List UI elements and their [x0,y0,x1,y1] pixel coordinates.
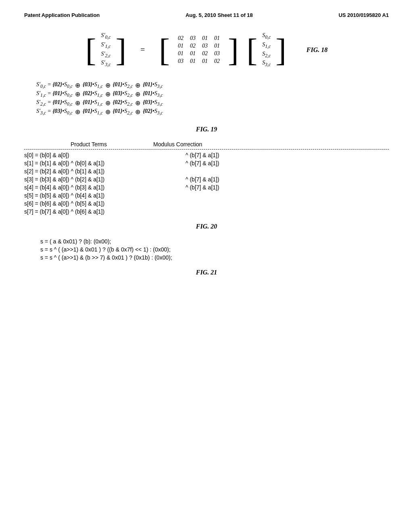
fig18-label: FIG. 18 [307,46,327,54]
num-cell: 01 [211,43,223,49]
modulus-cell: ^ (b[7] & a[1]) [186,176,389,183]
rhs-matrix: [ S0,c S1,c S2,c S3,c ] [247,30,286,69]
rhs-cell-1: S1,c [261,41,272,50]
num-cell: 01 [199,35,211,42]
fig21-section: s = ( a & 0x01) ? (b): (0x00); s = s ^ (… [24,238,389,261]
product-cell: s[4] = (b[4] & a[0]) ^ (b[3] & a[1]) [24,184,186,191]
table-row: s[5] = (b[5] & a[0]) ^ (b[4] & a[1]) [24,192,389,199]
header-left: Patent Application Publication [24,12,100,18]
matrix-row: S′0,c [99,32,112,40]
num-cell: 03 [199,43,211,49]
matrix-row: S1,c [261,41,272,50]
table-row: s[7] = (b[7] & a[0]) ^ (b[6] & a[1]) [24,208,389,215]
num-cell: 01 [211,35,223,42]
code-line-2: s = s ^ ( (a>>1) & (b >> 7) & 0x01 ) ? (… [40,254,389,261]
table-row: s[2] = (b[2] & a[0]) ^ (b[1] & a[1]) [24,168,389,175]
equation-line-1: S′1,c = {01}•S0,c ⊕ {02}•S1,c ⊕ {03}•S2,… [36,90,389,98]
right-bracket-lhs: ] [115,34,126,66]
header-middle: Aug. 5, 2010 Sheet 11 of 18 [186,12,253,18]
num-cell: 01 [199,58,211,64]
modulus-cell [186,168,389,175]
lhs-cell-1: S′1,c [99,41,112,50]
equation-line-0: S′0,c = {02}•S0,c ⊕ {03}•S1,c ⊕ {01}•S2,… [36,81,389,89]
fig18-section: [ S′0,c S′1,c S′2,c S′3,c ] = [ [24,30,389,69]
rhs-cell-0: S0,c [261,32,272,40]
left-bracket-num: [ [159,34,170,66]
num-cell: 02 [211,58,223,64]
num-row: 01 02 03 01 [175,43,223,49]
page: Patent Application Publication Aug. 5, 2… [0,0,413,532]
modulus-cell [186,208,389,215]
matrix-row: S′1,c [99,41,112,50]
fig20-label: FIG. 20 [24,223,389,230]
num-row: 03 01 01 02 [175,58,223,64]
table-row: s[0] = (b[0] & a[0]) ^ (b[7] & a[1]) [24,152,389,158]
fig19-section: S′0,c = {02}•S0,c ⊕ {03}•S1,c ⊕ {01}•S2,… [24,81,389,116]
equation-line-3: S′3,c = {03}•S0,c ⊕ {01}•S1,c ⊕ {01}•S2,… [36,108,389,116]
product-cell: s[0] = (b[0] & a[0]) [24,152,186,158]
lhs-cell-2: S′2,c [99,50,112,59]
num-cell: 03 [187,35,199,42]
num-row: 01 01 02 03 [175,50,223,57]
equals-sign: = [140,45,145,54]
modulus-cell: ^ (b[7] & a[1]) [186,160,389,166]
table-divider [24,149,389,150]
lhs-matrix: [ S′0,c S′1,c S′2,c S′3,c ] [86,30,126,69]
table-row: s[3] = (b[3] & a[0]) ^ (b[2] & a[1]) ^ (… [24,176,389,183]
product-cell: s[1] = (b[1] & a[0]) ^ (b[0] & a[1]) [24,160,186,166]
num-cell: 03 [211,50,223,57]
product-cell: s[5] = (b[5] & a[0]) ^ (b[4] & a[1]) [24,192,186,199]
rhs-cell-2: S2,c [261,50,272,59]
num-cell: 01 [175,50,187,57]
col-product-header: Product Terms [24,141,153,148]
matrix-row: S′2,c [99,50,112,59]
num-matrix-content: 02 03 01 01 01 02 03 01 01 01 02 03 [170,33,228,66]
header-right: US 2010/0195820 A1 [338,12,389,18]
product-cell: s[3] = (b[3] & a[0]) ^ (b[2] & a[1]) [24,176,186,183]
matrix-row: S3,c [261,59,272,68]
table-header: Product Terms Modulus Correction [24,141,389,148]
matrix-row: S′3,c [99,59,112,68]
rhs-matrix-content: S0,c S1,c S2,c S3,c [257,30,275,69]
lhs-cell-0: S′0,c [99,32,112,40]
num-cell: 03 [175,58,187,64]
col-modulus-header: Modulus Correction [153,141,389,148]
equation-line-2: S′2,c = {01}•S0,c ⊕ {01}•S1,c ⊕ {02}•S2,… [36,99,389,107]
code-line-0: s = ( a & 0x01) ? (b): (0x00); [40,238,389,245]
code-line-1: s = s ^ ( (a>>1) & 0x01 ) ? ((b & 0x7f) … [40,246,389,253]
matrix-row: S0,c [261,32,272,40]
lhs-matrix-content: S′0,c S′1,c S′2,c S′3,c [96,30,115,69]
num-matrix: [ 02 03 01 01 01 02 03 01 01 01 02 [159,33,238,66]
modulus-cell: ^ (b[7] & a[1]) [186,152,389,158]
num-cell: 01 [175,43,187,49]
left-bracket-rhs: [ [247,34,258,66]
num-cell: 02 [175,35,187,42]
page-header: Patent Application Publication Aug. 5, 2… [24,12,389,18]
lhs-cell-3: S′3,c [99,59,112,68]
table-row: s[6] = (b[6] & a[0]) ^ (b[5] & a[1]) [24,200,389,207]
num-row: 02 03 01 01 [175,35,223,42]
num-cell: 02 [199,50,211,57]
product-cell: s[2] = (b[2] & a[0]) ^ (b[1] & a[1]) [24,168,186,175]
product-cell: s[7] = (b[7] & a[0]) ^ (b[6] & a[1]) [24,208,186,215]
right-bracket-rhs: ] [275,34,286,66]
fig20-section: Product Terms Modulus Correction s[0] = … [24,141,389,215]
fig19-label: FIG. 19 [24,126,389,133]
left-bracket-lhs: [ [86,34,96,66]
right-bracket-num: ] [228,34,239,66]
fig21-label: FIG. 21 [24,269,389,276]
table-row: s[4] = (b[4] & a[0]) ^ (b[3] & a[1]) ^ (… [24,184,389,191]
rhs-cell-3: S3,c [261,59,272,68]
num-cell: 02 [187,43,199,49]
table-row: s[1] = (b[1] & a[0]) ^ (b[0] & a[1]) ^ (… [24,160,389,166]
num-cell: 01 [187,58,199,64]
matrix-row: S2,c [261,50,272,59]
modulus-cell: ^ (b[7] & a[1]) [186,184,389,191]
modulus-cell [186,192,389,199]
product-cell: s[6] = (b[6] & a[0]) ^ (b[5] & a[1]) [24,200,186,207]
modulus-cell [186,200,389,207]
num-cell: 01 [187,50,199,57]
